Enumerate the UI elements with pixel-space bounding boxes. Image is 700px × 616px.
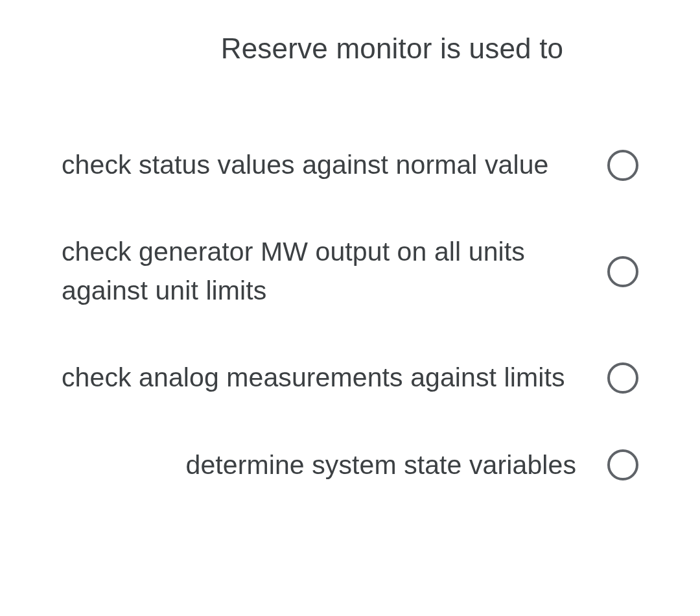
radio-button-4[interactable] xyxy=(607,449,638,480)
option-label-3: check analog measurements against limits xyxy=(62,359,607,397)
radio-button-3[interactable] xyxy=(607,362,638,394)
question-container: Reserve monitor is used to check status … xyxy=(0,0,700,484)
option-row-4[interactable]: determine system state variables xyxy=(62,446,638,484)
radio-button-1[interactable] xyxy=(607,150,638,181)
option-label-2: check generator MW output on all units a… xyxy=(62,233,607,310)
radio-button-2[interactable] xyxy=(607,256,638,287)
option-row-1[interactable]: check status values against normal value xyxy=(62,146,638,184)
option-label-4: determine system state variables xyxy=(185,446,596,484)
option-label-1: check status values against normal value xyxy=(62,146,607,184)
option-row-3[interactable]: check analog measurements against limits xyxy=(62,359,638,397)
option-row-2[interactable]: check generator MW output on all units a… xyxy=(62,233,638,310)
question-title: Reserve monitor is used to xyxy=(62,32,638,65)
